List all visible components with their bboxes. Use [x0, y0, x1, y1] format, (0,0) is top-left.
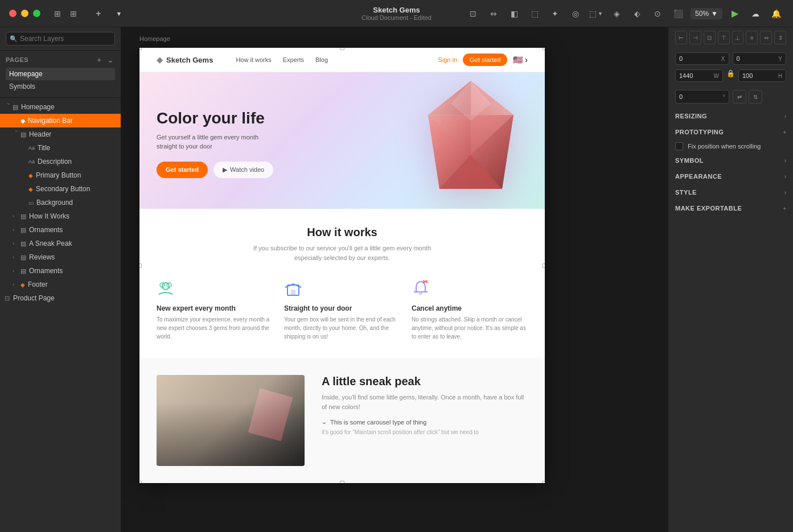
- align-top-icon[interactable]: ⊤: [718, 31, 730, 44]
- page-item-symbols[interactable]: Symbols: [6, 80, 115, 93]
- handle-tl[interactable]: [139, 48, 142, 50]
- layer-title[interactable]: Aa Title: [0, 141, 121, 155]
- layer-primary-button[interactable]: ◆ Primary Button: [0, 168, 121, 182]
- zoom-control[interactable]: 50% ▼: [691, 8, 722, 19]
- transform-wh-row: 1440 W 🔒 100 H: [668, 69, 793, 85]
- flip-h-icon[interactable]: ⇄: [733, 90, 746, 104]
- layer-navigation-bar[interactable]: › ◆ Navigation Bar: [0, 114, 121, 127]
- align-left-icon[interactable]: ⊢: [675, 31, 687, 44]
- handle-br[interactable]: [543, 481, 545, 483]
- resizing-panel-header[interactable]: RESIZING ›: [668, 108, 793, 124]
- add-button[interactable]: +: [91, 6, 106, 22]
- toolbar-icon-2[interactable]: ⇔: [486, 6, 502, 22]
- exportable-add-icon[interactable]: +: [783, 205, 786, 212]
- distribute-h-icon[interactable]: ⇔: [760, 31, 772, 44]
- symbol-panel-header[interactable]: SYMBOL ›: [668, 152, 793, 168]
- prototyping-add-icon[interactable]: +: [783, 129, 786, 135]
- toolbar-icon-10[interactable]: ⊙: [650, 6, 665, 22]
- maximize-button[interactable]: [33, 10, 40, 17]
- close-button[interactable]: [9, 10, 17, 17]
- rotation-field[interactable]: 0 °: [675, 90, 729, 104]
- toolbar-icon-7[interactable]: ⬚ ▼: [588, 6, 604, 22]
- handle-bc[interactable]: [340, 481, 344, 483]
- y-field[interactable]: 0 Y: [733, 52, 787, 65]
- layer-ornaments-1[interactable]: › ▤ Ornaments: [0, 223, 121, 237]
- symbol-footer-icon: ◆: [20, 282, 25, 288]
- flag-icon[interactable]: 🇺🇸 ›: [513, 55, 528, 64]
- layer-sneak-peak[interactable]: › ▤ A Sneak Peak: [0, 237, 121, 250]
- toolbar-icon-5[interactable]: ✦: [547, 6, 563, 22]
- bell-icon[interactable]: 🔔: [768, 6, 784, 22]
- search-input[interactable]: [6, 32, 115, 46]
- align-bottom-icon[interactable]: ≡: [746, 31, 758, 44]
- handle-mr[interactable]: [543, 263, 545, 268]
- hero-cta-button[interactable]: Get started: [157, 162, 208, 178]
- fullscreen-icon[interactable]: ⊞: [50, 6, 65, 22]
- align-center-v-icon[interactable]: ⊣: [689, 31, 701, 44]
- layer-homepage[interactable]: › ▤ Homepage: [0, 100, 121, 114]
- toolbar-icon-11[interactable]: ⬛: [670, 6, 686, 22]
- sneak-carousel-item[interactable]: ⌄ This is some carousel type of thing: [322, 418, 528, 426]
- play-icon[interactable]: ▶: [727, 6, 743, 22]
- svg-rect-13: [291, 290, 295, 295]
- minimize-button[interactable]: [21, 10, 28, 17]
- get-started-nav-button[interactable]: Get started: [463, 53, 507, 66]
- toolbar-icon-1[interactable]: ⊡: [465, 6, 481, 22]
- page-item-homepage[interactable]: Homepage: [6, 68, 115, 80]
- layer-ornaments-2[interactable]: › ▤ Ornaments: [0, 264, 121, 278]
- layer-secondary-button[interactable]: ◆ Secondary Button: [0, 182, 121, 196]
- handle-tr[interactable]: [543, 48, 545, 50]
- fix-scroll-checkbox[interactable]: [675, 142, 683, 150]
- insert-menu[interactable]: ▼: [111, 6, 127, 22]
- pages-menu-button[interactable]: ⌄: [106, 55, 115, 64]
- hero-desc-line1: Get yourself a little gem every month: [157, 134, 258, 141]
- handle-bl[interactable]: [139, 481, 142, 483]
- layer-background[interactable]: ▭ Background: [0, 196, 121, 209]
- hiw-card-1-icon: [284, 279, 400, 300]
- style-panel-header[interactable]: STYLE ›: [668, 184, 793, 200]
- layer-header[interactable]: › ▤ Header: [0, 127, 121, 141]
- hiw-card-1-desc: Your gem box will be sent in the end of …: [284, 315, 400, 341]
- grid-icon[interactable]: ⊞: [65, 6, 81, 22]
- lock-ratio-icon[interactable]: 🔒: [726, 69, 735, 82]
- w-field[interactable]: 1440 W: [675, 69, 723, 82]
- layer-label: Homepage: [21, 103, 55, 111]
- layer-footer[interactable]: › ◆ Footer: [0, 278, 121, 291]
- layer-description[interactable]: Aa Description: [0, 155, 121, 168]
- layer-how-it-works[interactable]: › ▤ How It Works: [0, 209, 121, 223]
- align-right-icon[interactable]: ⊡: [704, 31, 716, 44]
- exportable-panel-header[interactable]: MAKE EXPORTABLE +: [668, 200, 793, 216]
- toolbar-icon-8[interactable]: ◈: [609, 6, 624, 22]
- canvas-area[interactable]: Homepage ◆ Sketch Gems How it works Expe…: [121, 27, 668, 532]
- nav-link-experts[interactable]: Experts: [283, 56, 304, 63]
- chevron-orn2-icon: ›: [13, 268, 20, 274]
- align-middle-icon[interactable]: ⊥: [732, 31, 744, 44]
- h-value: 100: [742, 72, 753, 79]
- toolbar-icon-9[interactable]: ⬖: [629, 6, 645, 22]
- toolbar-icon-6[interactable]: ◎: [568, 6, 584, 22]
- add-page-button[interactable]: +: [94, 55, 104, 64]
- deg-label: °: [723, 94, 725, 100]
- nav-link-how[interactable]: How it works: [236, 56, 271, 63]
- nav-link-blog[interactable]: Blog: [315, 56, 328, 63]
- sign-in-button[interactable]: Sign in: [438, 56, 457, 63]
- handle-tc[interactable]: [340, 48, 344, 50]
- flip-v-icon[interactable]: ⇅: [749, 90, 762, 104]
- toolbar-icon-3[interactable]: ◧: [506, 6, 522, 22]
- layer-product-page[interactable]: ⊡ Product Page: [0, 291, 121, 305]
- appearance-panel-header[interactable]: APPEARANCE ›: [668, 168, 793, 184]
- style-chevron-icon: ›: [784, 189, 786, 196]
- h-field[interactable]: 100 H: [738, 69, 786, 82]
- design-frame: ◆ Sketch Gems How it works Experts Blog …: [139, 48, 545, 483]
- distribute-v-icon[interactable]: ⇕: [774, 31, 786, 44]
- toolbar-icon-4[interactable]: ⬚: [527, 6, 543, 22]
- handle-ml[interactable]: [139, 263, 142, 268]
- x-field[interactable]: 0 X: [675, 52, 729, 65]
- h-label: H: [778, 73, 782, 79]
- layer-reviews[interactable]: › ▤ Reviews: [0, 250, 121, 264]
- sneak-content: A little sneak peak Inside, you'll find …: [322, 375, 528, 435]
- hero-buttons: Get started ▶ Watch video: [157, 162, 528, 178]
- prototyping-panel-header[interactable]: PROTOTYPING +: [668, 124, 793, 140]
- hero-video-button[interactable]: ▶ Watch video: [213, 162, 273, 178]
- cloud-icon[interactable]: ☁: [747, 6, 763, 22]
